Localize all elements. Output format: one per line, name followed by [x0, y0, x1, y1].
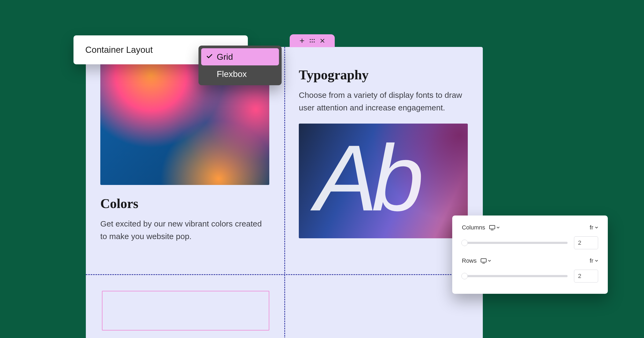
- columns-label: Columns: [462, 224, 485, 231]
- columns-device-select[interactable]: [489, 225, 500, 230]
- typography-hero-image: Ab: [299, 124, 468, 238]
- dropdown-option-flexbox[interactable]: Flexbox: [201, 65, 279, 83]
- rows-device-select[interactable]: [480, 258, 491, 263]
- layout-dropdown: Grid Flexbox: [198, 46, 282, 85]
- block-toolbar-tab: [290, 34, 335, 47]
- rows-value-input[interactable]: 2: [574, 270, 598, 283]
- chevron-down-icon: [496, 226, 500, 229]
- columns-slider-thumb[interactable]: [461, 240, 468, 246]
- svg-point-3: [310, 42, 311, 43]
- columns-unit-label: fr: [590, 224, 593, 231]
- rows-unit-select[interactable]: fr: [590, 257, 598, 264]
- svg-point-1: [312, 39, 313, 40]
- drag-handle-icon[interactable]: [310, 38, 315, 43]
- columns-control: Columns fr 2: [462, 224, 598, 249]
- plus-icon[interactable]: [299, 38, 305, 43]
- chevron-down-icon: [488, 259, 491, 262]
- chevron-down-icon: [595, 259, 598, 262]
- rows-slider[interactable]: [462, 275, 568, 277]
- dropdown-option-label: Flexbox: [217, 69, 247, 79]
- svg-rect-7: [481, 259, 486, 262]
- empty-placeholder-box[interactable]: [102, 291, 269, 330]
- dropdown-option-grid[interactable]: Grid: [201, 48, 279, 65]
- svg-point-2: [314, 39, 315, 40]
- close-icon[interactable]: [320, 38, 325, 43]
- rows-control: Rows fr 2: [462, 257, 598, 283]
- editor-canvas: Colors Get excited by our new vibrant co…: [86, 47, 483, 338]
- svg-rect-6: [490, 225, 495, 229]
- dropdown-option-label: Grid: [217, 52, 233, 62]
- rows-label: Rows: [462, 257, 477, 264]
- columns-value-input[interactable]: 2: [574, 236, 598, 249]
- svg-point-0: [310, 39, 311, 40]
- container-layout-label: Container Layout: [85, 45, 153, 55]
- columns-slider[interactable]: [462, 242, 568, 244]
- typography-heading: Typography: [299, 67, 468, 83]
- grid-dimensions-panel: Columns fr 2 Rows: [452, 216, 608, 294]
- svg-point-4: [312, 42, 313, 43]
- colors-heading: Colors: [100, 196, 270, 211]
- rows-slider-thumb[interactable]: [461, 273, 468, 279]
- columns-unit-select[interactable]: fr: [590, 224, 598, 231]
- rows-unit-label: fr: [590, 257, 593, 264]
- colors-body-text: Get excited by our new vibrant colors cr…: [100, 218, 270, 243]
- chevron-down-icon: [595, 226, 598, 229]
- rows-value: 2: [578, 273, 581, 280]
- svg-point-5: [314, 42, 315, 43]
- typography-sample-text: Ab: [315, 126, 418, 229]
- typography-body-text: Choose from a variety of display fonts t…: [299, 89, 468, 114]
- columns-value: 2: [578, 239, 581, 246]
- check-icon: [206, 52, 213, 62]
